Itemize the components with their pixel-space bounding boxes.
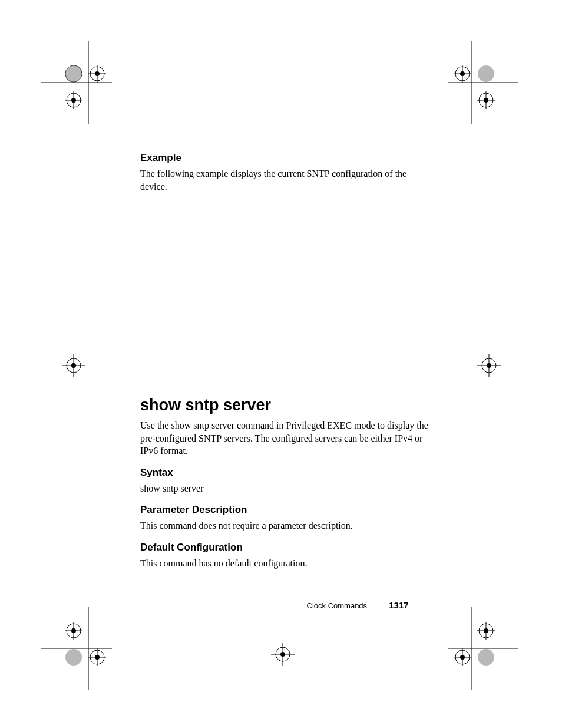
default-configuration-subsection: Default Configuration This command has n… bbox=[140, 542, 429, 570]
crop-mark-icon bbox=[471, 348, 507, 383]
crop-mark-icon bbox=[56, 348, 91, 383]
footer-section-name: Clock Commands bbox=[307, 601, 368, 610]
syntax-body: show sntp server bbox=[140, 482, 429, 495]
crop-mark-icon bbox=[265, 637, 300, 672]
parameter-description-subsection: Parameter Description This command does … bbox=[140, 504, 429, 532]
syntax-subsection: Syntax show sntp server bbox=[140, 467, 429, 495]
syntax-heading: Syntax bbox=[140, 467, 429, 479]
crop-mark-icon bbox=[448, 41, 518, 124]
default-configuration-body: This command has no default configuratio… bbox=[140, 557, 429, 570]
svg-point-3 bbox=[65, 65, 82, 82]
crop-mark-icon bbox=[41, 607, 112, 690]
crop-mark-icon bbox=[448, 607, 518, 690]
crop-mark-icon bbox=[41, 41, 112, 124]
example-heading: Example bbox=[140, 152, 423, 164]
parameter-description-heading: Parameter Description bbox=[140, 504, 429, 516]
parameter-description-body: This command does not require a paramete… bbox=[140, 519, 429, 532]
svg-point-52 bbox=[478, 649, 494, 666]
example-body: The following example displays the curre… bbox=[140, 167, 423, 193]
example-section: Example The following example displays t… bbox=[140, 152, 423, 197]
default-configuration-heading: Default Configuration bbox=[140, 542, 429, 554]
footer-divider-icon bbox=[378, 602, 378, 610]
svg-point-37 bbox=[65, 649, 82, 666]
command-heading: show sntp server bbox=[140, 396, 429, 414]
show-sntp-server-section: show sntp server Use the show sntp serve… bbox=[140, 396, 429, 575]
command-body: Use the show sntp server command in Priv… bbox=[140, 419, 429, 457]
svg-point-14 bbox=[478, 65, 494, 82]
page-number: 1317 bbox=[389, 600, 408, 610]
